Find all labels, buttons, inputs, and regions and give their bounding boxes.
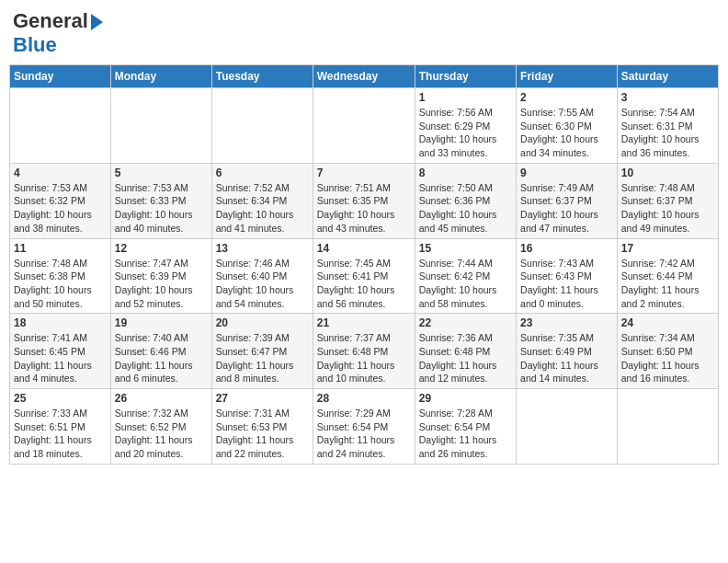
page-header: General Blue <box>9 9 719 57</box>
calendar-table: SundayMondayTuesdayWednesdayThursdayFrid… <box>9 64 719 465</box>
day-number: 20 <box>216 316 309 329</box>
day-info: Sunrise: 7:56 AM Sunset: 6:29 PM Dayligh… <box>419 106 512 160</box>
day-info: Sunrise: 7:48 AM Sunset: 6:38 PM Dayligh… <box>14 257 107 311</box>
day-info: Sunrise: 7:33 AM Sunset: 6:51 PM Dayligh… <box>14 407 107 461</box>
day-info: Sunrise: 7:43 AM Sunset: 6:43 PM Dayligh… <box>520 257 613 311</box>
day-number: 3 <box>621 91 714 104</box>
day-info: Sunrise: 7:48 AM Sunset: 6:37 PM Dayligh… <box>621 181 714 236</box>
weekday-header: Monday <box>110 65 211 88</box>
calendar-cell: 19Sunrise: 7:40 AM Sunset: 6:46 PM Dayli… <box>110 314 211 389</box>
day-number: 18 <box>14 316 107 329</box>
day-number: 12 <box>115 242 208 255</box>
logo-text-blue: Blue <box>13 33 57 56</box>
calendar-cell: 5Sunrise: 7:53 AM Sunset: 6:33 PM Daylig… <box>110 163 211 238</box>
calendar-cell: 4Sunrise: 7:53 AM Sunset: 6:32 PM Daylig… <box>10 163 111 238</box>
day-info: Sunrise: 7:55 AM Sunset: 6:30 PM Dayligh… <box>520 106 613 160</box>
day-info: Sunrise: 7:40 AM Sunset: 6:46 PM Dayligh… <box>115 331 208 385</box>
day-number: 23 <box>520 316 613 329</box>
calendar-cell: 27Sunrise: 7:31 AM Sunset: 6:53 PM Dayli… <box>211 389 313 465</box>
day-info: Sunrise: 7:53 AM Sunset: 6:32 PM Dayligh… <box>14 181 107 236</box>
calendar-cell: 1Sunrise: 7:56 AM Sunset: 6:29 PM Daylig… <box>415 88 516 164</box>
weekday-header: Wednesday <box>313 65 415 88</box>
day-number: 29 <box>419 392 512 405</box>
day-info: Sunrise: 7:47 AM Sunset: 6:39 PM Dayligh… <box>115 257 208 311</box>
logo-arrow-icon <box>91 14 103 30</box>
logo: General Blue <box>13 9 103 57</box>
day-number: 11 <box>14 242 107 255</box>
day-info: Sunrise: 7:41 AM Sunset: 6:45 PM Dayligh… <box>14 331 107 385</box>
day-number: 28 <box>317 392 411 405</box>
weekday-header: Saturday <box>617 65 718 88</box>
calendar-cell <box>110 88 211 164</box>
calendar-week-row: 1Sunrise: 7:56 AM Sunset: 6:29 PM Daylig… <box>10 88 719 164</box>
day-info: Sunrise: 7:53 AM Sunset: 6:33 PM Dayligh… <box>115 181 208 236</box>
calendar-cell: 11Sunrise: 7:48 AM Sunset: 6:38 PM Dayli… <box>10 238 111 314</box>
day-info: Sunrise: 7:51 AM Sunset: 6:35 PM Dayligh… <box>317 181 411 236</box>
calendar-week-row: 18Sunrise: 7:41 AM Sunset: 6:45 PM Dayli… <box>10 314 719 389</box>
calendar-cell <box>10 88 111 164</box>
calendar-week-row: 4Sunrise: 7:53 AM Sunset: 6:32 PM Daylig… <box>10 163 719 238</box>
calendar-cell: 14Sunrise: 7:45 AM Sunset: 6:41 PM Dayli… <box>313 238 415 314</box>
day-info: Sunrise: 7:52 AM Sunset: 6:34 PM Dayligh… <box>216 181 309 236</box>
calendar-cell: 26Sunrise: 7:32 AM Sunset: 6:52 PM Dayli… <box>110 389 211 465</box>
calendar-cell: 22Sunrise: 7:36 AM Sunset: 6:48 PM Dayli… <box>415 314 516 389</box>
calendar-cell: 16Sunrise: 7:43 AM Sunset: 6:43 PM Dayli… <box>517 238 618 314</box>
day-info: Sunrise: 7:44 AM Sunset: 6:42 PM Dayligh… <box>419 257 512 311</box>
calendar-cell <box>517 389 618 465</box>
calendar-cell <box>211 88 313 164</box>
day-info: Sunrise: 7:39 AM Sunset: 6:47 PM Dayligh… <box>216 331 309 385</box>
day-info: Sunrise: 7:49 AM Sunset: 6:37 PM Dayligh… <box>520 181 613 236</box>
calendar-cell: 23Sunrise: 7:35 AM Sunset: 6:49 PM Dayli… <box>517 314 618 389</box>
day-info: Sunrise: 7:32 AM Sunset: 6:52 PM Dayligh… <box>115 407 208 461</box>
day-number: 9 <box>520 167 613 179</box>
calendar-cell: 29Sunrise: 7:28 AM Sunset: 6:54 PM Dayli… <box>415 389 516 465</box>
day-info: Sunrise: 7:54 AM Sunset: 6:31 PM Dayligh… <box>621 106 714 160</box>
calendar-cell: 17Sunrise: 7:42 AM Sunset: 6:44 PM Dayli… <box>617 238 718 314</box>
day-info: Sunrise: 7:45 AM Sunset: 6:41 PM Dayligh… <box>317 257 411 311</box>
calendar-cell <box>617 389 718 465</box>
day-number: 10 <box>621 167 714 179</box>
calendar-cell: 12Sunrise: 7:47 AM Sunset: 6:39 PM Dayli… <box>110 238 211 314</box>
calendar-cell: 21Sunrise: 7:37 AM Sunset: 6:48 PM Dayli… <box>313 314 415 389</box>
day-number: 25 <box>14 392 107 405</box>
weekday-header: Sunday <box>10 65 111 88</box>
day-number: 22 <box>419 316 512 329</box>
calendar-cell: 7Sunrise: 7:51 AM Sunset: 6:35 PM Daylig… <box>313 163 415 238</box>
weekday-header: Tuesday <box>211 65 313 88</box>
day-number: 24 <box>621 316 714 329</box>
calendar-cell: 15Sunrise: 7:44 AM Sunset: 6:42 PM Dayli… <box>415 238 516 314</box>
weekday-header: Friday <box>517 65 618 88</box>
calendar-week-row: 25Sunrise: 7:33 AM Sunset: 6:51 PM Dayli… <box>10 389 719 465</box>
day-info: Sunrise: 7:36 AM Sunset: 6:48 PM Dayligh… <box>419 331 512 385</box>
calendar-cell <box>313 88 415 164</box>
weekday-header: Thursday <box>415 65 516 88</box>
calendar-cell: 28Sunrise: 7:29 AM Sunset: 6:54 PM Dayli… <box>313 389 415 465</box>
day-number: 4 <box>14 167 107 179</box>
day-info: Sunrise: 7:29 AM Sunset: 6:54 PM Dayligh… <box>317 407 411 461</box>
calendar-cell: 18Sunrise: 7:41 AM Sunset: 6:45 PM Dayli… <box>10 314 111 389</box>
day-info: Sunrise: 7:50 AM Sunset: 6:36 PM Dayligh… <box>419 181 512 236</box>
day-number: 19 <box>115 316 208 329</box>
calendar-cell: 3Sunrise: 7:54 AM Sunset: 6:31 PM Daylig… <box>617 88 718 164</box>
day-number: 17 <box>621 242 714 255</box>
calendar-cell: 13Sunrise: 7:46 AM Sunset: 6:40 PM Dayli… <box>211 238 313 314</box>
logo-text-general: General <box>13 9 88 33</box>
day-number: 5 <box>115 167 208 179</box>
calendar-cell: 20Sunrise: 7:39 AM Sunset: 6:47 PM Dayli… <box>211 314 313 389</box>
day-number: 13 <box>216 242 309 255</box>
day-number: 15 <box>419 242 512 255</box>
day-number: 2 <box>520 91 613 104</box>
day-number: 16 <box>520 242 613 255</box>
calendar-cell: 9Sunrise: 7:49 AM Sunset: 6:37 PM Daylig… <box>517 163 618 238</box>
calendar-header-row: SundayMondayTuesdayWednesdayThursdayFrid… <box>10 65 719 88</box>
day-number: 8 <box>419 167 512 179</box>
calendar-cell: 10Sunrise: 7:48 AM Sunset: 6:37 PM Dayli… <box>617 163 718 238</box>
day-info: Sunrise: 7:35 AM Sunset: 6:49 PM Dayligh… <box>520 331 613 385</box>
day-number: 1 <box>419 91 512 104</box>
day-info: Sunrise: 7:34 AM Sunset: 6:50 PM Dayligh… <box>621 331 714 385</box>
day-info: Sunrise: 7:42 AM Sunset: 6:44 PM Dayligh… <box>621 257 714 311</box>
calendar-week-row: 11Sunrise: 7:48 AM Sunset: 6:38 PM Dayli… <box>10 238 719 314</box>
day-number: 14 <box>317 242 411 255</box>
calendar-cell: 25Sunrise: 7:33 AM Sunset: 6:51 PM Dayli… <box>10 389 111 465</box>
calendar-cell: 2Sunrise: 7:55 AM Sunset: 6:30 PM Daylig… <box>517 88 618 164</box>
